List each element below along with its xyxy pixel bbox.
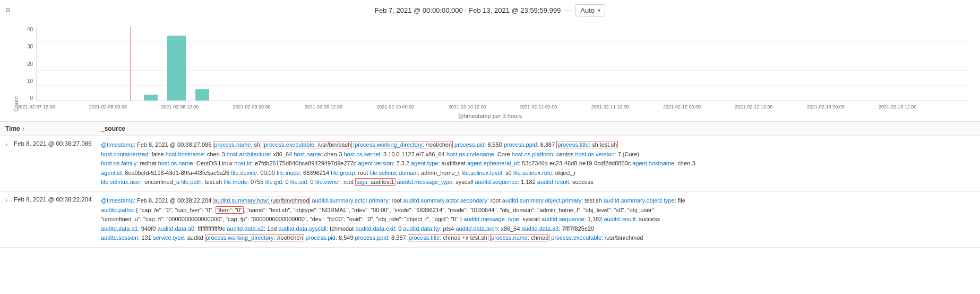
x-tick-0: 2021-02-07 12:00 bbox=[17, 104, 55, 110]
field-auditd-msgtype: auditd.message_type: syscall bbox=[397, 179, 474, 185]
y-tick-20: 20 bbox=[27, 61, 33, 67]
row-timestamp: Feb 8, 2021 @ 00:38:22.204 bbox=[14, 196, 101, 203]
row-expand-toggle[interactable]: › bbox=[5, 196, 14, 203]
field-auditd-syscall: auditd.data.syscall: fchmodat bbox=[278, 225, 354, 232]
field-selinux-domain: file.selinux.domain: admin_home_t bbox=[369, 170, 459, 176]
field-agent-id: agent.id: 8ea0bcfd-5116-43d1-89fa-4f3fe5… bbox=[101, 170, 229, 176]
highlight-auditd-how: auditd.summary.how: /usr/bin/chmod bbox=[213, 197, 310, 204]
table-row: › Feb 8, 2021 @ 00:38:22.204 @timestamp:… bbox=[0, 192, 980, 248]
chart-plot bbox=[36, 27, 969, 101]
x-axis-label: @timestamp per 3 hours bbox=[11, 112, 969, 121]
field-agent-ephemeral: agent.ephemeral_id: 53c7346d-ec23-46d8-b… bbox=[467, 160, 631, 166]
row-expand-toggle[interactable]: › bbox=[5, 140, 14, 147]
field-file-device: file.device: 00:00 bbox=[231, 170, 275, 176]
red-marker-line bbox=[130, 27, 131, 100]
field-auditd-a3: auditd.data.a3: 7fff7f825e20 bbox=[522, 225, 595, 232]
field-file-gid: file.gid: 0 bbox=[265, 179, 289, 185]
chart-inner: 40 30 20 10 0 2021-02-07 1 bbox=[19, 27, 969, 112]
highlight-process-working-dir: process.working_directory: /root/chen bbox=[354, 141, 453, 148]
highlight-process-name: process.name: sh bbox=[213, 141, 261, 148]
x-tick-7: 2021-02-11 00:00 bbox=[519, 104, 557, 110]
field-host-name: host.name: chen-3 bbox=[294, 151, 342, 157]
field-service-type: service.type: auditd bbox=[153, 234, 203, 241]
field-actor-secondary: auditd.summary.actor.secondary: root bbox=[403, 197, 501, 204]
auto-select-dropdown[interactable]: Auto ▾ bbox=[575, 4, 605, 16]
y-tick-30: 30 bbox=[27, 44, 33, 49]
field-auditd-a0: auditd.data.a0: ffffffffffffff9c bbox=[157, 225, 225, 232]
field-obj-primary: auditd.summary.object.primary: test.sh bbox=[502, 197, 602, 204]
highlight-process-workdir-2: process.working_directory: /root/chen bbox=[205, 234, 304, 241]
field-process-pid-2: process.pid: 8,549 bbox=[306, 234, 354, 241]
auto-label: Auto bbox=[580, 6, 595, 14]
x-tick-4: 2021-02-09 12:00 bbox=[305, 104, 342, 110]
chevron-down-icon: ▾ bbox=[598, 7, 600, 13]
row-source-content: @timestamp: Feb 8, 2021 @ 00:38:27.086 p… bbox=[101, 140, 975, 187]
field-selinux-user: file.selinux.user: unconfined_u bbox=[101, 179, 179, 185]
histogram-bar-3 bbox=[195, 89, 209, 100]
field-auditd-tty: auditd.data.tty: pts4 bbox=[403, 225, 454, 232]
collapse-icon[interactable]: ⊙ bbox=[5, 6, 11, 14]
field-host-version: host.os.version: 7 (Core) bbox=[575, 151, 639, 157]
field-file-mode: file.mode: 0755 bbox=[223, 179, 263, 185]
highlight-process-executable: process.executable: /usr/bin/bash bbox=[263, 141, 352, 148]
date-range: Feb 7, 2021 @ 00:00:00.000 - Feb 13, 202… bbox=[375, 6, 561, 14]
field-actor-primary: auditd.summary.actor.primary: root bbox=[312, 197, 401, 204]
field-host-osname: host.os.name: CentOS Linux bbox=[158, 160, 233, 166]
field-auditd-a2: auditd.data.a2: 1ed bbox=[227, 225, 277, 232]
y-axis: 40 30 20 10 0 bbox=[19, 27, 35, 101]
field-process-exec-2: process.executable: /usr/bin/chmod bbox=[551, 234, 643, 241]
field-obj-type: auditd.summary.object.type: file bbox=[604, 197, 685, 204]
x-tick-6: 2021-02-10 12:00 bbox=[449, 104, 486, 110]
field-host-platform: host.os.platform: centos bbox=[512, 151, 574, 157]
time-column-label: Time bbox=[5, 125, 20, 132]
x-tick-12: 2021-02-13 12:00 bbox=[879, 104, 916, 110]
field-selinux-role: file.selinux.role: object_r bbox=[513, 170, 576, 176]
histogram-bar-1 bbox=[144, 95, 158, 100]
y-tick-40: 40 bbox=[27, 27, 33, 32]
field-auditd-result-2: auditd.result: success bbox=[604, 216, 660, 222]
y-tick-0: 0 bbox=[30, 95, 33, 101]
field-agent-hostname: agent.hostname: chen-3 bbox=[632, 160, 695, 166]
x-tick-9: 2021-02-12 00:00 bbox=[663, 104, 701, 110]
field-auditd-seq: auditd.sequence: 1,182 bbox=[475, 179, 535, 185]
row-source-content: @timestamp: Feb 8, 2021 @ 00:38:22.204 a… bbox=[101, 196, 975, 243]
field-host-hostname: host.hostname: chen-3 bbox=[166, 151, 225, 157]
field-agent-type: agent.type: auditbeat bbox=[411, 160, 466, 166]
table-header: Time ↑ _source bbox=[0, 122, 980, 136]
field-auditd-seq-2: auditd.sequence: 1,182 bbox=[541, 216, 602, 222]
col-time-header: Time ↑ bbox=[5, 125, 101, 132]
top-bar: ⊙ Feb 7, 2021 @ 00:00:00.000 - Feb 13, 2… bbox=[0, 0, 980, 21]
field-file-owner: file.owner: root bbox=[315, 179, 354, 185]
field-auditd-session: auditd.session: 131 bbox=[101, 234, 151, 241]
field-process-ppid: process.ppid: 8,387 bbox=[504, 141, 555, 148]
field-process-ppid-2: process.ppid: 8,387 bbox=[355, 234, 406, 241]
highlight-process-title-2: process.title: chmod +x test.sh bbox=[408, 234, 488, 241]
field-auditd-exit: auditd.data.exit: 0 bbox=[355, 225, 401, 232]
highlight-tags: tags: auditest1 bbox=[355, 178, 396, 186]
y-tick-10: 10 bbox=[27, 78, 33, 84]
field-paths-cont: "unconfined_u", "cap_fi": "0000000000000… bbox=[101, 216, 462, 222]
field-timestamp-2: @timestamp: Feb 8, 2021 @ 00:38:22.204 bbox=[101, 197, 211, 204]
field-timestamp: @timestamp: Feb 8, 2021 @ 00:38:27.086 bbox=[101, 141, 211, 148]
histogram-chart: Count 40 30 20 10 0 bbox=[0, 21, 980, 122]
results-table: Time ↑ _source › Feb 8, 2021 @ 00:38:27.… bbox=[0, 122, 980, 248]
highlight-process-name-2: process.name: chmod bbox=[490, 234, 549, 241]
field-file-group: file.group: root bbox=[331, 170, 368, 176]
field-host-family: host.os.family: redhat bbox=[101, 160, 157, 166]
field-file-path: file.path: test.sh bbox=[181, 179, 222, 185]
field-host-kernel: host.os.kernel: 3.10.0-1127.el7.x86_64 bbox=[343, 151, 444, 157]
x-tick-10: 2021-02-12 12:00 bbox=[735, 104, 772, 110]
table-row: › Feb 8, 2021 @ 00:38:27.086 @timestamp:… bbox=[0, 136, 980, 192]
x-tick-1: 2021-02-08 00:00 bbox=[89, 104, 127, 110]
sort-icon[interactable]: ↑ bbox=[22, 126, 25, 132]
x-tick-5: 2021-02-10 00:00 bbox=[376, 104, 414, 110]
field-host-containerized: host.containerized: false bbox=[101, 151, 164, 157]
field-agent-version: agent.version: 7.3.2 bbox=[358, 160, 409, 166]
field-host-id: host.id: e7fdb26175d840bca89429497d9e277… bbox=[234, 160, 356, 166]
x-axis: 2021-02-07 12:00 2021-02-08 00:00 2021-0… bbox=[36, 102, 969, 112]
x-tick-8: 2021-02-11 12:00 bbox=[591, 104, 629, 110]
highlight-process-title: process.title: sh test.sh bbox=[556, 141, 618, 148]
x-tick-2: 2021-02-08 12:00 bbox=[161, 104, 199, 110]
histogram-bar-2 bbox=[167, 36, 186, 100]
y-axis-label: Count bbox=[11, 27, 19, 112]
